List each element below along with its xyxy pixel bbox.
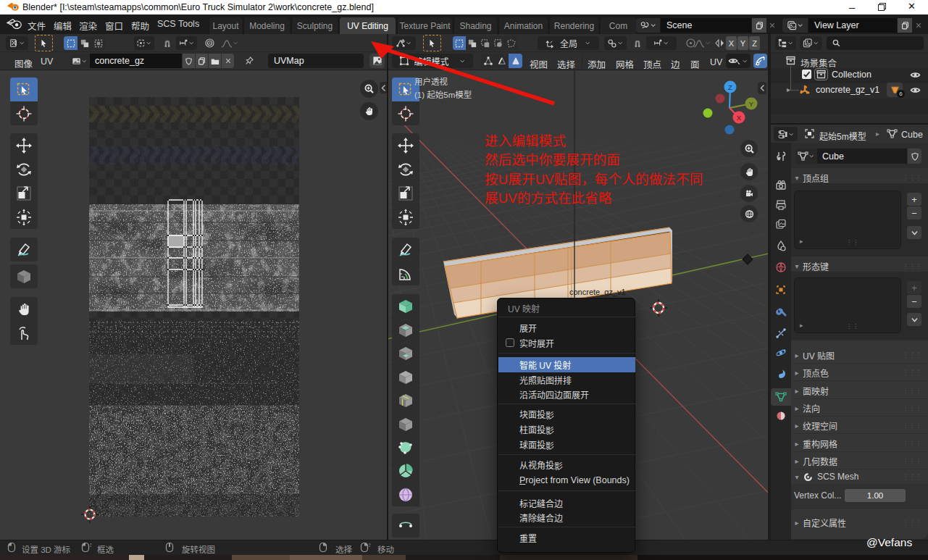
svg-text:Z: Z xyxy=(728,83,732,91)
svg-text:concrete_gz_v1: concrete_gz_v1 xyxy=(569,288,626,296)
svg-text:X: X xyxy=(737,114,742,122)
svg-text:Y: Y xyxy=(749,100,754,108)
